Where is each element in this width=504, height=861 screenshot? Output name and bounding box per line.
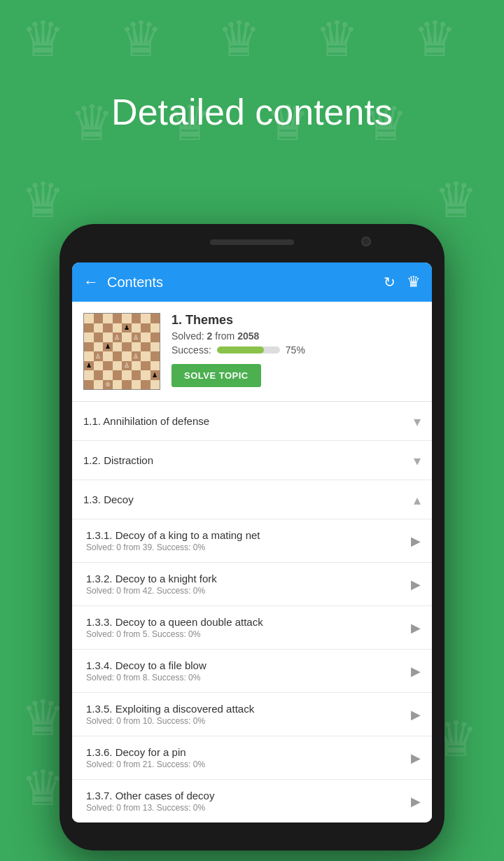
play-icon-1-3-4: ▶ (411, 664, 421, 679)
section-title-1-3-7: 1.3.7. Other cases of decoy (86, 790, 405, 802)
svg-text:♛: ♛ (21, 761, 65, 816)
success-label: Success: (172, 344, 211, 356)
play-icon-1-3-1: ▶ (411, 533, 421, 549)
section-label-1-3-3: 1.3.3. Decoy to a queen double attack So… (86, 616, 405, 639)
phone-camera (361, 237, 371, 246)
play-icon-1-3-2: ▶ (411, 577, 421, 592)
play-icon-1-3-6: ▶ (411, 750, 421, 766)
section-title-1-2: 1.2. Distraction (83, 454, 414, 466)
section-title-1-3-2: 1.3.2. Decoy to a knight fork (86, 573, 405, 584)
app-bar-actions: ↻ ♛ (384, 273, 421, 291)
section-subtitle-1-3-4: Solved: 0 from 8. Success: 0% (86, 673, 405, 682)
topic-info: 1. Themes Solved: 2 from 2058 Success: 7… (172, 313, 421, 387)
solved-label: Solved: (172, 330, 204, 342)
section-item-1-3-1[interactable]: 1.3.1. Decoy of a king to a mating net S… (72, 519, 432, 563)
svg-text:♛: ♛ (21, 173, 65, 227)
solved-total: 2058 (237, 330, 259, 342)
svg-text:♛: ♛ (21, 12, 65, 66)
section-subtitle-1-3-1: Solved: 0 from 39. Success: 0% (86, 542, 405, 552)
section-item-1-1[interactable]: 1.1. Annihilation of defense ▾ (72, 402, 432, 441)
section-item-1-2[interactable]: 1.2. Distraction ▾ (72, 441, 432, 480)
progress-bar-background (217, 346, 280, 354)
app-bar: ← Contents ↻ ♛ (72, 262, 432, 302)
svg-text:♛: ♛ (21, 691, 65, 746)
topic-card: ♟♙♙♟♙♙♟♙♟♔ 1. Themes Solved: 2 from 2058… (72, 302, 432, 402)
section-item-1-3[interactable]: 1.3. Decoy ▴ (72, 480, 432, 519)
progress-bar-fill (217, 346, 265, 354)
section-subtitle-1-3-2: Solved: 0 from 42. Success: 0% (86, 586, 405, 596)
play-icon-1-3-7: ▶ (411, 794, 421, 809)
chevron-down-icon-1-2: ▾ (414, 452, 421, 469)
section-list: 1.1. Annihilation of defense ▾ 1.2. Dist… (72, 402, 432, 822)
refresh-icon[interactable]: ↻ (384, 274, 396, 290)
section-label-1-3-6: 1.3.6. Decoy for a pin Solved: 0 from 21… (86, 746, 405, 769)
topic-solved-text: Solved: 2 from 2058 (172, 330, 421, 342)
solved-count: 2 (207, 330, 213, 342)
section-title-1-3-1: 1.3.1. Decoy of a king to a mating net (86, 529, 405, 541)
play-icon-1-3-3: ▶ (411, 620, 421, 636)
section-label-1-3-1: 1.3.1. Decoy of a king to a mating net S… (86, 529, 405, 552)
chess-board-thumbnail: ♟♙♙♟♙♙♟♙♟♔ (83, 313, 160, 390)
play-icon-1-3-5: ▶ (411, 707, 421, 722)
section-label-1-3-4: 1.3.4. Decoy to a file blow Solved: 0 fr… (86, 659, 405, 682)
section-subtitle-1-3-5: Solved: 0 from 10. Success: 0% (86, 716, 405, 726)
section-item-1-3-2[interactable]: 1.3.2. Decoy to a knight fork Solved: 0 … (72, 563, 432, 606)
svg-text:♛: ♛ (434, 173, 478, 227)
phone-speaker (210, 239, 294, 245)
solve-topic-button[interactable]: SOLVE TOPIC (172, 364, 261, 387)
section-subtitle-1-3-6: Solved: 0 from 21. Success: 0% (86, 760, 405, 769)
section-title-1-3: 1.3. Decoy (83, 493, 414, 505)
phone-frame: ← Contents ↻ ♛ ♟♙♙♟♙♙♟♙♟♔ 1. Themes Solv… (59, 224, 444, 850)
svg-text:♛: ♛ (119, 12, 163, 66)
svg-text:♛: ♛ (413, 12, 457, 66)
app-bar-title: Contents (107, 274, 375, 290)
chevron-up-icon-1-3: ▴ (414, 491, 421, 508)
crown-icon[interactable]: ♛ (407, 273, 421, 291)
section-label-1-2: 1.2. Distraction (83, 454, 414, 466)
page-title: Detailed contents (0, 91, 504, 133)
section-title-1-3-3: 1.3.3. Decoy to a queen double attack (86, 616, 405, 628)
section-subtitle-1-3-3: Solved: 0 from 5. Success: 0% (86, 629, 405, 639)
section-label-1-3-5: 1.3.5. Exploiting a discovered attack So… (86, 703, 405, 726)
progress-percentage: 75% (286, 344, 305, 356)
section-item-1-3-4[interactable]: 1.3.4. Decoy to a file blow Solved: 0 fr… (72, 650, 432, 693)
phone-screen: ← Contents ↻ ♛ ♟♙♙♟♙♙♟♙♟♔ 1. Themes Solv… (72, 262, 432, 822)
section-title-1-3-6: 1.3.6. Decoy for a pin (86, 746, 405, 758)
section-title-1-1: 1.1. Annihilation of defense (83, 415, 414, 427)
section-label-1-3-7: 1.3.7. Other cases of decoy Solved: 0 fr… (86, 790, 405, 813)
back-button[interactable]: ← (83, 273, 99, 291)
section-subtitle-1-3-7: Solved: 0 from 13. Success: 0% (86, 803, 405, 813)
section-item-1-3-7[interactable]: 1.3.7. Other cases of decoy Solved: 0 fr… (72, 780, 432, 822)
section-item-1-3-3[interactable]: 1.3.3. Decoy to a queen double attack So… (72, 606, 432, 650)
topic-title: 1. Themes (172, 313, 421, 328)
section-label-1-1: 1.1. Annihilation of defense (83, 415, 414, 427)
solved-from: from (215, 330, 237, 342)
chevron-down-icon-1-1: ▾ (414, 413, 421, 430)
success-row: Success: 75% (172, 344, 421, 356)
svg-text:♛: ♛ (217, 12, 261, 66)
section-title-1-3-4: 1.3.4. Decoy to a file blow (86, 659, 405, 671)
section-title-1-3-5: 1.3.5. Exploiting a discovered attack (86, 703, 405, 715)
section-label-1-3-2: 1.3.2. Decoy to a knight fork Solved: 0 … (86, 573, 405, 596)
svg-text:♛: ♛ (315, 12, 359, 66)
section-item-1-3-6[interactable]: 1.3.6. Decoy for a pin Solved: 0 from 21… (72, 736, 432, 780)
section-label-1-3: 1.3. Decoy (83, 493, 414, 505)
section-item-1-3-5[interactable]: 1.3.5. Exploiting a discovered attack So… (72, 693, 432, 736)
